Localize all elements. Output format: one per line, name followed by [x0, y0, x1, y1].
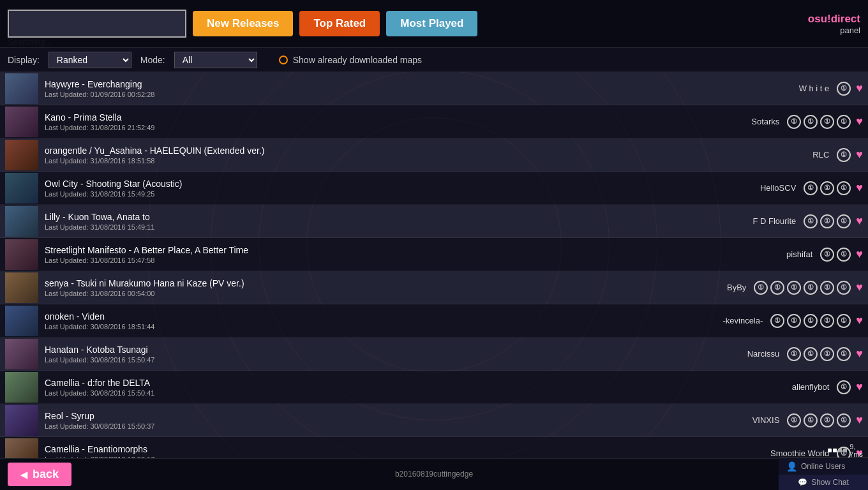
- version-label: b20160819cuttingedge: [395, 470, 473, 479]
- song-thumbnail: [5, 306, 38, 336]
- show-chat-button[interactable]: 💬 Show Chat: [779, 475, 868, 490]
- diff-badge-1: ①: [804, 115, 818, 129]
- heart-icon[interactable]: ♥: [856, 148, 863, 161]
- mapper-name: -kevincela-: [722, 316, 763, 325]
- mapper-name: ByBy: [727, 283, 746, 292]
- diff-badge-2: ①: [820, 347, 834, 361]
- song-title: Kano - Prima Stella: [45, 112, 751, 122]
- diff-badge-0: ①: [820, 248, 834, 262]
- diff-badge-2: ①: [837, 214, 851, 228]
- diff-badge-3: ①: [820, 314, 834, 328]
- heart-icon[interactable]: ♥: [856, 314, 863, 327]
- diff-badge-5: ①: [837, 281, 851, 295]
- diff-badge-2: ①: [837, 181, 851, 195]
- song-info: orangentle / Yu_Asahina - HAELEQUIN (Ext…: [45, 145, 812, 165]
- song-updated: Last Updated: 31/08/2016 18:51:58: [45, 157, 812, 165]
- song-row[interactable]: senya - Tsuki ni Murakumo Hana ni Kaze (…: [0, 271, 868, 304]
- top-bar: New Releases Top Rated Most Played osu!d…: [0, 0, 868, 48]
- mode-select[interactable]: All osu! Taiko Catch Mania: [174, 52, 257, 68]
- heart-icon[interactable]: ♥: [856, 214, 863, 228]
- ping-dot-1: [828, 449, 832, 452]
- new-releases-button[interactable]: New Releases: [193, 11, 293, 36]
- song-info: Kano - Prima StellaLast Updated: 31/08/2…: [45, 112, 751, 131]
- mapper-name: Sotarks: [751, 117, 779, 126]
- display-select[interactable]: Ranked Pending Loved All: [49, 52, 131, 68]
- diff-badge-3: ①: [837, 115, 851, 129]
- heart-icon[interactable]: ♥: [856, 82, 863, 95]
- song-updated: Last Updated: 30/08/2016 15:50:37: [45, 422, 752, 430]
- song-updated: Last Updated: 01/09/2016 00:52:28: [45, 91, 799, 98]
- song-info: Hanatan - Kotoba TsunagiLast Updated: 30…: [45, 345, 747, 364]
- filter-bar: Display: Ranked Pending Loved All Mode: …: [0, 48, 868, 72]
- diff-badge-2: ①: [820, 115, 834, 129]
- song-info: Lilly - Kuon Towa, Anata toLast Updated:…: [45, 212, 752, 231]
- top-rated-button[interactable]: Top Rated: [299, 11, 380, 36]
- song-updated: Last Updated: 31/08/2016 15:49:25: [45, 190, 760, 198]
- diff-badge-2: ①: [804, 314, 818, 328]
- most-played-button[interactable]: Most Played: [386, 11, 477, 36]
- song-thumbnail: [5, 73, 38, 104]
- ping-area: 9, 7ms: [828, 443, 863, 458]
- song-right: alienflybot①♥: [792, 380, 863, 394]
- song-info: Streetlight Manifesto - A Better Place, …: [45, 245, 786, 264]
- mapper-name: RLC: [812, 150, 829, 160]
- heart-icon[interactable]: ♥: [856, 248, 863, 261]
- back-button[interactable]: back: [8, 463, 71, 486]
- song-row[interactable]: Camellia - d:for the DELTALast Updated: …: [0, 371, 868, 404]
- heart-icon[interactable]: ♥: [856, 413, 863, 427]
- song-right: HelloSCV①①①♥: [760, 181, 863, 195]
- heart-icon[interactable]: ♥: [856, 281, 863, 294]
- song-right: RLC①♥: [812, 148, 863, 162]
- heart-icon[interactable]: ♥: [856, 181, 863, 195]
- song-title: onoken - Viden: [45, 311, 722, 322]
- diff-badge-0: ①: [837, 82, 851, 96]
- song-title: senya - Tsuki ni Murakumo Hana ni Kaze (…: [45, 278, 727, 288]
- show-chat-label: Show Chat: [811, 478, 849, 487]
- mode-label: Mode:: [140, 55, 165, 65]
- song-row[interactable]: Haywyre - EverchangingLast Updated: 01/0…: [0, 72, 868, 105]
- song-right: Sotarks①①①①♥: [751, 115, 863, 129]
- song-row[interactable]: Reol - SyrupLast Updated: 30/08/2016 15:…: [0, 404, 868, 437]
- song-title: Haywyre - Everchanging: [45, 79, 799, 89]
- song-row[interactable]: Owl City - Shooting Star (Acoustic)Last …: [0, 172, 868, 205]
- search-input[interactable]: [8, 10, 186, 38]
- diff-badge-4: ①: [820, 281, 834, 295]
- song-row[interactable]: Lilly - Kuon Towa, Anata toLast Updated:…: [0, 205, 868, 238]
- song-right: Narcissu①①①①♥: [747, 347, 863, 361]
- diff-badge-1: ①: [787, 314, 801, 328]
- diff-badge-0: ①: [754, 281, 768, 295]
- mapper-name: Narcissu: [747, 349, 780, 359]
- song-row[interactable]: Streetlight Manifesto - A Better Place, …: [0, 238, 868, 271]
- song-thumbnail: [5, 405, 38, 436]
- song-updated: Last Updated: 30/08/2016 15:50:47: [45, 356, 747, 364]
- song-row[interactable]: onoken - VidenLast Updated: 30/08/2016 1…: [0, 304, 868, 338]
- show-downloaded-area[interactable]: Show already downloaded maps: [279, 55, 422, 65]
- song-thumbnail: [5, 272, 38, 303]
- diff-badge-3: ①: [837, 413, 851, 427]
- diff-badge-1: ①: [837, 248, 851, 262]
- song-title: Lilly - Kuon Towa, Anata to: [45, 212, 752, 222]
- heart-icon[interactable]: ♥: [856, 347, 863, 360]
- heart-icon[interactable]: ♥: [856, 380, 863, 394]
- online-users-bar[interactable]: 👤 Online Users: [779, 457, 868, 475]
- song-thumbnail: [5, 140, 38, 170]
- diff-badge-4: ①: [837, 314, 851, 328]
- diff-badge-0: ①: [770, 314, 784, 328]
- song-title: Camellia - d:for the DELTA: [45, 378, 792, 388]
- diff-badge-1: ①: [770, 281, 784, 295]
- song-list: Haywyre - EverchangingLast Updated: 01/0…: [0, 72, 868, 458]
- song-updated: Last Updated: 31/08/2016 15:47:58: [45, 256, 786, 264]
- song-row[interactable]: Kano - Prima StellaLast Updated: 31/08/2…: [0, 105, 868, 138]
- song-updated: Last Updated: 30/08/2016 15:50:41: [45, 389, 792, 397]
- heart-icon[interactable]: ♥: [856, 115, 863, 128]
- show-downloaded-toggle[interactable]: [279, 56, 288, 64]
- osu-direct-panel: osu!direct panel: [808, 13, 860, 35]
- song-info: Haywyre - EverchangingLast Updated: 01/0…: [45, 79, 799, 98]
- song-row[interactable]: Camellia - EnantiomorphsLast Updated: 30…: [0, 437, 868, 458]
- song-info: onoken - VidenLast Updated: 30/08/2016 1…: [45, 311, 722, 330]
- song-info: senya - Tsuki ni Murakumo Hana ni Kaze (…: [45, 278, 727, 297]
- mapper-name: F D Flourite: [752, 216, 796, 226]
- song-thumbnail: [5, 206, 38, 237]
- song-row[interactable]: orangentle / Yu_Asahina - HAELEQUIN (Ext…: [0, 138, 868, 172]
- song-row[interactable]: Hanatan - Kotoba TsunagiLast Updated: 30…: [0, 338, 868, 371]
